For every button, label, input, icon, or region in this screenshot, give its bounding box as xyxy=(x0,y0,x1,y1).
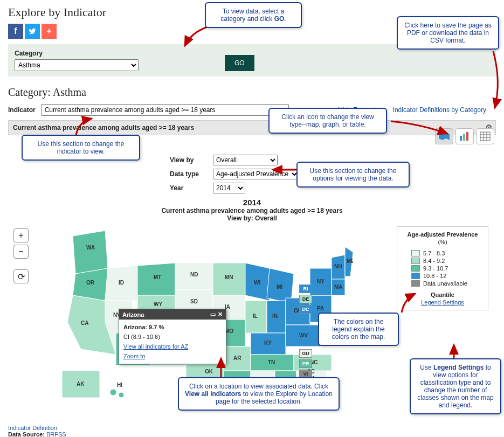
zoom-out-button[interactable]: − xyxy=(13,245,29,259)
tooltip-zoom-link[interactable]: Zoom to xyxy=(123,353,222,359)
legend-row: 8.4 - 9.2 xyxy=(402,257,484,265)
arrow-icon xyxy=(210,356,232,380)
datatype-label: Data type xyxy=(170,170,208,178)
viewby-label: View by xyxy=(170,156,208,164)
share-more-button[interactable]: + xyxy=(42,24,57,39)
svg-marker-43 xyxy=(332,255,345,279)
callout-options: Use this section to change the options f… xyxy=(296,162,410,188)
arrow-icon xyxy=(399,291,420,315)
tooltip-close-icon[interactable]: ✕ xyxy=(218,311,223,318)
svg-marker-42 xyxy=(310,268,332,295)
year-label: Year xyxy=(170,184,208,192)
callout-location: Click on a location to view associated d… xyxy=(178,377,340,411)
indicator-select[interactable]: Current asthma prevalence among adults a… xyxy=(41,104,289,116)
category-label: Category xyxy=(15,50,139,57)
arrow-icon xyxy=(268,162,301,178)
legend-row: 5.7 - 8.3 xyxy=(402,249,484,257)
indicator-label: Indicator xyxy=(8,106,36,114)
tooltip-viewall-link[interactable]: View all indicators for AZ xyxy=(123,343,222,350)
svg-marker-32 xyxy=(267,301,286,333)
legend-title: Age-adjusted Prevalence xyxy=(402,231,484,238)
svg-text:HI: HI xyxy=(117,382,122,388)
viewby-select[interactable]: Overall xyxy=(213,155,278,165)
tooltip-ci: CI (8.9 - 10.6) xyxy=(123,334,222,340)
callout-indicator: Use this section to change the indicator… xyxy=(22,135,140,161)
callout-go: To view data, select a category and clic… xyxy=(205,2,302,28)
tooltip-maximize-icon[interactable]: ▭ xyxy=(210,311,216,318)
chart-subtitle: Current asthma prevalence among adults a… xyxy=(8,207,496,214)
chart-year: 2014 xyxy=(8,198,496,207)
tooltip-title: Arizona xyxy=(122,311,144,318)
territory-pr[interactable]: PR xyxy=(299,359,312,368)
legend-swatch xyxy=(411,273,420,279)
legend-swatch xyxy=(411,258,420,264)
arrow-icon xyxy=(485,48,504,113)
category-select[interactable]: Asthma xyxy=(15,59,139,71)
legend-row: Data unavailable xyxy=(402,280,484,287)
svg-marker-40 xyxy=(286,325,321,346)
svg-marker-34 xyxy=(251,333,286,355)
svg-marker-12 xyxy=(105,266,137,301)
tooltip-value: Arizona: 9.7 % xyxy=(123,324,222,330)
zoom-in-button[interactable]: + xyxy=(13,228,29,242)
territory-ri[interactable]: RI xyxy=(299,285,312,293)
legend-swatch xyxy=(411,265,420,272)
data-source-label: Data Source: xyxy=(8,431,45,437)
chart-viewby: View by: Overall xyxy=(8,214,496,222)
legend-swatch xyxy=(411,280,420,287)
view-table-button[interactable] xyxy=(476,128,494,144)
data-source-link[interactable]: BRFSS xyxy=(46,431,66,437)
legend-label: Data unavailable xyxy=(423,280,467,287)
svg-marker-31 xyxy=(245,301,267,333)
svg-marker-29 xyxy=(245,263,270,301)
svg-marker-13 xyxy=(137,263,175,295)
category-title: Category: Asthma xyxy=(8,86,496,99)
legend-row: 9.3 - 10.7 xyxy=(402,265,484,272)
svg-marker-9 xyxy=(73,268,108,301)
go-button[interactable]: GO xyxy=(225,55,254,71)
territory-de[interactable]: DE xyxy=(299,295,312,303)
svg-point-49 xyxy=(119,392,124,398)
legend-label: 10.8 - 12 xyxy=(423,273,446,279)
callout-legend: The colors on the legend explain the col… xyxy=(318,313,399,346)
svg-rect-0 xyxy=(460,136,462,141)
callout-viewtype: Click an icon to change the view type--m… xyxy=(268,108,387,134)
year-select[interactable]: 2014 xyxy=(213,183,245,193)
reset-map-button[interactable]: ⟳ xyxy=(13,269,29,283)
svg-rect-3 xyxy=(480,132,490,141)
callout-save: Click here to save the page as PDF or do… xyxy=(397,16,499,50)
svg-marker-35 xyxy=(251,355,294,371)
indicator-definitions-link[interactable]: Indicator Definitions by Category xyxy=(393,106,486,114)
legend-label: 8.4 - 9.2 xyxy=(423,258,445,264)
territory-gu[interactable]: GU xyxy=(299,349,312,358)
svg-rect-1 xyxy=(463,134,465,141)
legend-unit: (%) xyxy=(402,239,484,245)
view-chart-button[interactable] xyxy=(455,128,474,144)
svg-marker-47 xyxy=(62,371,100,398)
svg-rect-2 xyxy=(466,132,468,141)
svg-marker-44 xyxy=(345,247,353,276)
arrow-icon xyxy=(388,119,453,140)
legend-label: 5.7 - 8.3 xyxy=(423,250,445,256)
facebook-share-button[interactable]: f xyxy=(8,24,23,39)
indicator-definition-link[interactable]: Indicator Definition xyxy=(8,425,57,431)
twitter-share-button[interactable] xyxy=(25,24,40,39)
legend-row: 10.8 - 12 xyxy=(402,272,484,280)
territory-dc[interactable]: DC xyxy=(299,305,312,314)
legend-swatch xyxy=(411,250,420,256)
svg-marker-45 xyxy=(332,279,345,295)
svg-point-48 xyxy=(110,389,116,396)
callout-legend-settings: Use Legend Settings to view options for … xyxy=(410,358,501,414)
svg-marker-24 xyxy=(213,263,245,295)
svg-marker-19 xyxy=(175,263,213,290)
svg-marker-8 xyxy=(73,231,108,274)
arrow-icon xyxy=(181,24,213,51)
legend-label: 9.3 - 10.7 xyxy=(423,265,448,272)
